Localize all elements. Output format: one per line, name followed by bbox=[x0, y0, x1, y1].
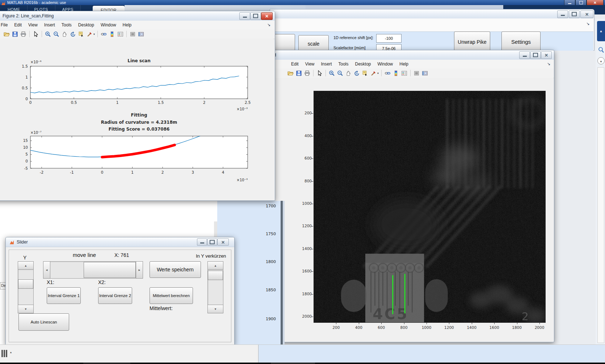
dock-arrow-icon[interactable]: ↘ bbox=[267, 22, 270, 27]
zoom-in-icon[interactable] bbox=[328, 70, 335, 77]
menu-item-desktop[interactable]: Desktop bbox=[352, 60, 374, 68]
menu-item-view[interactable]: View bbox=[25, 21, 41, 29]
rotate-icon[interactable] bbox=[353, 70, 360, 77]
rf-close-button[interactable]: ✕ bbox=[541, 51, 552, 59]
save-icon[interactable] bbox=[12, 31, 18, 38]
menu-item-tools[interactable]: Tools bbox=[58, 21, 75, 29]
matlab-titlebar: MATLAB R2016b - academic use ✕ bbox=[0, 0, 605, 5]
slider-minimize-button[interactable] bbox=[197, 238, 207, 246]
legend-icon[interactable] bbox=[117, 31, 124, 38]
interval1-button[interactable]: Interval Grenze 1 bbox=[47, 287, 81, 304]
svg-text:Line scan: Line scan bbox=[127, 58, 151, 63]
legend-icon[interactable] bbox=[401, 70, 408, 77]
print-icon[interactable] bbox=[20, 31, 27, 38]
menu-item-insert[interactable]: Insert bbox=[41, 21, 58, 29]
toolbar-separator bbox=[29, 31, 30, 37]
fig2-close-button[interactable]: ✕ bbox=[261, 12, 273, 20]
show-tools-icon[interactable] bbox=[138, 31, 144, 38]
x-slider-thumb[interactable] bbox=[84, 262, 136, 278]
colorbar-icon[interactable] bbox=[109, 31, 115, 38]
menu-item-help[interactable]: Help bbox=[119, 21, 135, 29]
slider-titlebar[interactable]: Slider ✕ bbox=[6, 237, 234, 247]
brush-dropdown-caret-icon[interactable]: ▾ bbox=[377, 72, 379, 75]
brush-dropdown-caret-icon[interactable]: ▾ bbox=[93, 33, 95, 36]
settings-button[interactable]: Settings bbox=[501, 31, 541, 52]
datatip-icon[interactable] bbox=[78, 31, 85, 38]
menu-item-desktop[interactable]: Desktop bbox=[75, 21, 97, 29]
taskbar-item bbox=[83, 363, 130, 364]
menu-item-window[interactable]: Window bbox=[374, 60, 396, 68]
hide-tools-icon[interactable] bbox=[413, 70, 420, 77]
taskbar-sliver[interactable] bbox=[0, 363, 605, 364]
menu-item-window[interactable]: Window bbox=[97, 21, 119, 29]
shorten-slider-down-button[interactable]: ▼ bbox=[207, 305, 223, 313]
brush-icon[interactable] bbox=[370, 70, 377, 77]
gui-close-button[interactable]: ✕ bbox=[580, 10, 593, 18]
menu-item-view[interactable]: View bbox=[302, 60, 318, 68]
x-slider-left-button[interactable]: ◄ bbox=[43, 261, 50, 279]
figure2-titlebar[interactable]: Figure 2: Line_scan,Fitting ✕ bbox=[0, 11, 275, 21]
collapse-ribbon-button[interactable]: ▲ bbox=[597, 21, 605, 41]
shorten-slider-up-button[interactable]: ▲ bbox=[207, 261, 223, 270]
show-tools-icon[interactable] bbox=[421, 70, 428, 77]
auto-linescan-button[interactable]: Auto Linescan bbox=[18, 313, 69, 331]
mean-button[interactable]: Mittelwert berechnen bbox=[150, 287, 193, 304]
cursor-icon[interactable] bbox=[32, 31, 39, 38]
unwrap-pike-button[interactable]: Unwrap Pike bbox=[454, 31, 490, 52]
print-icon[interactable] bbox=[304, 70, 311, 77]
gui-maximize-button[interactable] bbox=[569, 10, 580, 18]
fig2-maximize-button[interactable] bbox=[250, 12, 261, 20]
menu-item-edit[interactable]: Edit bbox=[11, 21, 25, 29]
y-slider-thumb[interactable] bbox=[18, 279, 33, 289]
wafer-image-axes[interactable]: 4C52 bbox=[314, 91, 546, 323]
rotate-icon[interactable] bbox=[70, 31, 76, 38]
dock-arrow-icon[interactable]: ↘ bbox=[547, 62, 550, 66]
pan-icon[interactable] bbox=[61, 31, 68, 38]
interval2-button[interactable]: Interval Grenze 2 bbox=[98, 287, 132, 304]
search-button[interactable] bbox=[598, 46, 604, 55]
rf-minimize-button[interactable] bbox=[519, 51, 530, 59]
cursor-icon[interactable] bbox=[316, 70, 323, 77]
menu-item-help[interactable]: Help bbox=[396, 60, 412, 68]
zoom-out-icon[interactable] bbox=[337, 70, 344, 77]
open-icon[interactable] bbox=[287, 70, 294, 77]
colorbar-icon[interactable] bbox=[392, 70, 399, 77]
menu-item-edit[interactable]: Edit bbox=[288, 60, 302, 68]
toolbar-separator bbox=[42, 31, 42, 37]
right-figure-titlebar[interactable]: d ✕ bbox=[256, 50, 554, 60]
save-icon[interactable] bbox=[295, 70, 302, 77]
shorten-slider-thumb[interactable] bbox=[208, 271, 223, 280]
link-icon[interactable] bbox=[100, 31, 107, 38]
save-values-button[interactable]: Werte speichern bbox=[150, 261, 201, 278]
zoom-out-icon[interactable] bbox=[53, 31, 60, 38]
dropdown-button[interactable]: ▼ bbox=[597, 57, 605, 64]
link-icon[interactable] bbox=[384, 70, 391, 77]
svg-text:4: 4 bbox=[222, 170, 224, 174]
zoom-in-icon[interactable] bbox=[45, 31, 51, 38]
control-gui-titlebar[interactable] bbox=[270, 9, 593, 18]
brush-icon[interactable] bbox=[86, 31, 93, 38]
status-grip-widget[interactable]: ▴ bbox=[1, 349, 18, 359]
slider-maximize-button[interactable] bbox=[207, 238, 217, 246]
figure2-plots[interactable]: 00.511.522.500.511.5Line scan×10⁻⁶×10⁻³-… bbox=[0, 39, 273, 199]
y-slider-down-button[interactable]: ▼ bbox=[18, 305, 34, 313]
ref-shift-field[interactable]: -100 bbox=[376, 34, 402, 43]
app-title: MATLAB R2016b - academic use bbox=[7, 0, 66, 5]
y-slider-up-button[interactable]: ▲ bbox=[18, 261, 34, 270]
gui-minimize-button[interactable] bbox=[557, 10, 568, 18]
hide-tools-icon[interactable] bbox=[129, 31, 136, 38]
open-icon[interactable] bbox=[3, 31, 10, 38]
dock-arrow-icon[interactable]: ↘ bbox=[586, 21, 589, 26]
menu-item-file[interactable]: File bbox=[0, 21, 11, 29]
partial-button[interactable] bbox=[274, 34, 295, 52]
datatip-icon[interactable] bbox=[362, 70, 369, 77]
sidebar-scrollbar[interactable] bbox=[597, 67, 604, 343]
fig2-minimize-button[interactable] bbox=[239, 12, 250, 20]
pan-icon[interactable] bbox=[345, 70, 352, 77]
x-slider-right-button[interactable]: ► bbox=[136, 261, 143, 279]
rf-maximize-button[interactable] bbox=[530, 51, 541, 59]
slider-close-button[interactable]: ✕ bbox=[217, 238, 229, 246]
minimize-icon bbox=[200, 242, 204, 244]
menu-item-insert[interactable]: Insert bbox=[318, 60, 335, 68]
menu-item-tools[interactable]: Tools bbox=[335, 60, 352, 68]
